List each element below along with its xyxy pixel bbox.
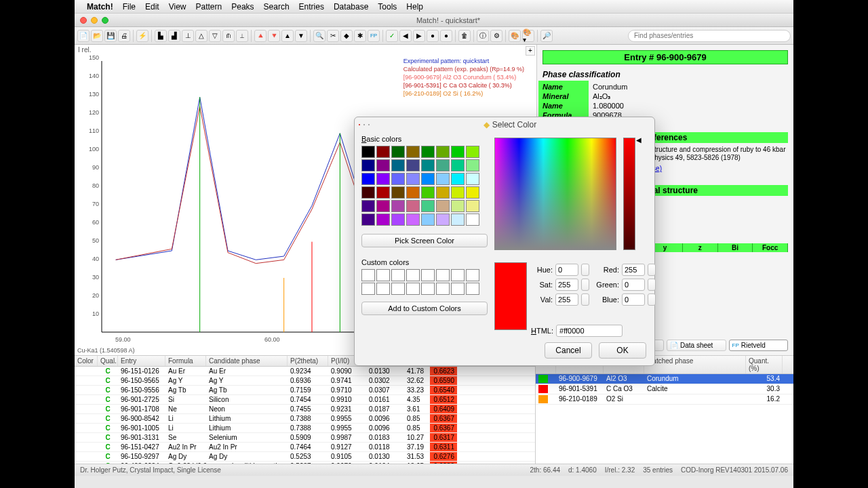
color-swatch[interactable] xyxy=(421,173,435,185)
sat-input[interactable] xyxy=(555,279,578,291)
color1-icon[interactable]: 🎨 xyxy=(509,30,521,42)
blue-input[interactable] xyxy=(622,293,645,306)
close-icon[interactable] xyxy=(80,17,87,24)
color-swatch[interactable] xyxy=(466,146,479,158)
circle1-icon[interactable]: ● xyxy=(427,30,439,42)
color-swatch[interactable] xyxy=(451,146,465,158)
left-icon[interactable]: ◀ xyxy=(399,30,412,42)
color-swatch[interactable] xyxy=(391,200,405,212)
color-swatch[interactable] xyxy=(436,214,450,226)
color-swatch[interactable] xyxy=(361,173,375,185)
table-row[interactable]: C96-901-1005LiLithium0.73880.99550.00960… xyxy=(75,424,535,433)
color-swatch[interactable] xyxy=(406,146,420,158)
color-swatch[interactable] xyxy=(361,159,375,171)
color-swatch[interactable] xyxy=(406,159,420,171)
find3-icon[interactable]: ▲ xyxy=(281,30,294,42)
color-swatch[interactable] xyxy=(376,159,390,171)
right-icon[interactable]: ▶ xyxy=(413,30,425,42)
menu-peaks[interactable]: Peaks xyxy=(231,2,254,12)
maximize-icon[interactable] xyxy=(102,17,108,24)
color-swatch[interactable] xyxy=(391,173,405,185)
find1-icon[interactable]: 🔺 xyxy=(254,30,267,42)
menu-view[interactable]: View xyxy=(169,2,186,12)
search-icon[interactable]: 🔍 xyxy=(313,30,326,42)
val-input[interactable] xyxy=(555,293,578,306)
peak4-icon[interactable]: △ xyxy=(195,30,208,42)
table-row[interactable]: C96-150-9556Ag TbAg Tb0.71590.97100.0307… xyxy=(75,386,535,395)
star-icon[interactable]: ✱ xyxy=(354,30,366,42)
minimize-icon[interactable] xyxy=(91,17,98,24)
scissors-icon[interactable]: ✂ xyxy=(327,30,339,42)
fp-icon[interactable]: FP xyxy=(368,30,380,42)
peak2-icon[interactable]: ▟ xyxy=(168,30,180,42)
info-icon[interactable]: ⓘ xyxy=(477,30,489,42)
menu-pattern[interactable]: Pattern xyxy=(196,2,222,12)
color-swatch[interactable] xyxy=(406,200,420,212)
hue-input[interactable] xyxy=(555,264,578,276)
check-icon[interactable]: ✓ xyxy=(386,30,398,42)
color-swatch[interactable] xyxy=(466,173,479,185)
color-swatch[interactable] xyxy=(451,186,465,199)
color-swatch[interactable] xyxy=(391,159,405,171)
green-spinner[interactable] xyxy=(648,279,656,291)
menu-entries[interactable]: Entries xyxy=(299,2,324,12)
find2-icon[interactable]: 🔻 xyxy=(268,30,280,42)
diamond-icon[interactable]: ◆ xyxy=(340,30,353,42)
color-swatch[interactable] xyxy=(436,173,450,185)
color-swatch[interactable] xyxy=(451,159,465,171)
hue-spinner[interactable] xyxy=(581,264,589,276)
menu-file[interactable]: File xyxy=(123,2,136,12)
save-icon[interactable]: 💾 xyxy=(104,30,117,42)
find4-icon[interactable]: ▼ xyxy=(295,30,307,42)
data-sheet-button[interactable]: 📄 Data sheet xyxy=(667,340,726,351)
color-swatch[interactable] xyxy=(466,214,479,226)
cancel-button[interactable]: Cancel xyxy=(545,342,592,359)
print-icon[interactable]: 🖨 xyxy=(118,30,130,42)
color-swatch[interactable] xyxy=(421,159,435,171)
table-row[interactable]: C96-900-8542LiLithium0.73880.99550.00960… xyxy=(75,414,535,424)
menu-help[interactable]: Help xyxy=(406,2,423,12)
peak3-icon[interactable]: ⊥ xyxy=(182,30,194,42)
table-row[interactable]: C96-150-9297Ag DyAg Dy0.52530.91050.0130… xyxy=(75,452,535,462)
color-swatch[interactable] xyxy=(376,200,390,212)
trash-icon[interactable]: 🗑 xyxy=(458,30,471,42)
peak7-icon[interactable]: ⟂ xyxy=(236,30,248,42)
color-swatch[interactable] xyxy=(406,214,420,226)
color-swatch[interactable] xyxy=(421,214,435,226)
color-swatch[interactable] xyxy=(436,159,450,171)
menu-database[interactable]: Database xyxy=(334,2,368,12)
table-row[interactable]: C96-150-9565Ag YAg Y0.69360.97410.030232… xyxy=(75,376,535,386)
gear-icon[interactable]: ⚙ xyxy=(490,30,502,42)
sat-spinner[interactable] xyxy=(581,279,589,291)
color-swatch[interactable] xyxy=(361,146,375,158)
color-swatch[interactable] xyxy=(421,146,435,158)
color-swatch[interactable] xyxy=(406,173,420,185)
dialog-close-icon[interactable] xyxy=(359,124,360,125)
tool-icon[interactable]: ⚡ xyxy=(136,30,149,42)
color-swatch[interactable] xyxy=(451,200,465,212)
val-spinner[interactable] xyxy=(581,293,589,306)
red-spinner[interactable] xyxy=(648,264,656,276)
peak5-icon[interactable]: ▽ xyxy=(209,30,221,42)
hue-slider[interactable] xyxy=(623,138,635,250)
table-row[interactable]: 96-900-9679Al2 O3Corundum53.4 xyxy=(536,374,793,384)
color-swatch[interactable] xyxy=(436,200,450,212)
color-swatch[interactable] xyxy=(466,200,479,212)
color-swatch[interactable] xyxy=(391,214,405,226)
table-row[interactable]: 96-210-0189O2 Si16.2 xyxy=(536,394,793,405)
color-swatch[interactable] xyxy=(451,173,465,185)
color-swatch[interactable] xyxy=(391,146,405,158)
color-swatch[interactable] xyxy=(391,186,405,199)
color-swatch[interactable] xyxy=(406,186,420,199)
peak6-icon[interactable]: ⫙ xyxy=(222,30,235,42)
add-custom-button[interactable]: Add to Custom Colors xyxy=(361,302,488,315)
search2-icon[interactable]: 🔎 xyxy=(540,30,553,42)
menu-tools[interactable]: Tools xyxy=(378,2,397,12)
search-input[interactable] xyxy=(628,30,791,42)
new-icon[interactable]: 📄 xyxy=(77,30,90,42)
table-row[interactable]: C96-901-1708NeNeon0.74550.92310.01873.61… xyxy=(75,405,535,414)
color-swatch[interactable] xyxy=(376,214,390,226)
table-row[interactable]: C96-151-0126Au ErAu Er0.92340.90900.0130… xyxy=(75,367,535,376)
menu-search[interactable]: Search xyxy=(264,2,290,12)
color-swatch[interactable] xyxy=(361,200,375,212)
